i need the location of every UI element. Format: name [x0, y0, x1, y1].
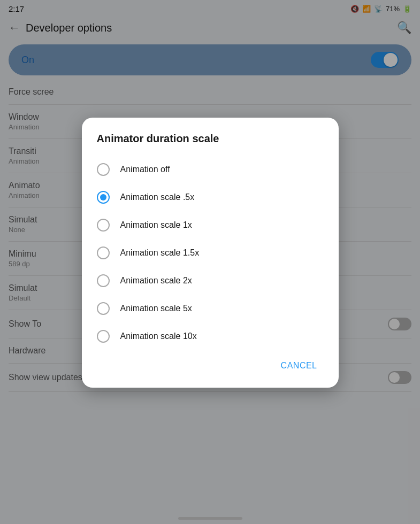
option-animation-off[interactable]: Animation off [82, 156, 339, 183]
option-label-animation-2x: Animation scale 2x [120, 276, 192, 286]
dialog: Animator duration scale Animation off An… [82, 118, 339, 388]
dialog-options: Animation off Animation scale .5x Animat… [82, 156, 339, 350]
option-animation-2x[interactable]: Animation scale 2x [82, 267, 339, 295]
option-animation-1x[interactable]: Animation scale 1x [82, 211, 339, 239]
radio-animation-0.5x [97, 191, 110, 204]
option-label-animation-10x: Animation scale 10x [120, 332, 197, 341]
radio-animation-1.5x [97, 246, 110, 259]
option-animation-5x[interactable]: Animation scale 5x [82, 295, 339, 322]
radio-animation-off [97, 163, 110, 176]
option-label-animation-0.5x: Animation scale .5x [120, 192, 195, 202]
option-label-animation-1.5x: Animation scale 1.5x [120, 248, 200, 258]
radio-animation-5x [97, 302, 110, 315]
radio-inner-0.5x [100, 194, 106, 201]
radio-animation-2x [97, 274, 110, 287]
overlay: Animator duration scale Animation off An… [0, 0, 420, 524]
radio-animation-10x [97, 330, 110, 343]
option-label-animation-off: Animation off [120, 165, 170, 174]
option-animation-1.5x[interactable]: Animation scale 1.5x [82, 239, 339, 267]
option-animation-0.5x[interactable]: Animation scale .5x [82, 183, 339, 211]
option-label-animation-5x: Animation scale 5x [120, 304, 192, 313]
radio-animation-1x [97, 219, 110, 232]
cancel-button[interactable]: Cancel [272, 357, 326, 375]
option-label-animation-1x: Animation scale 1x [120, 220, 192, 230]
option-animation-10x[interactable]: Animation scale 10x [82, 322, 339, 350]
dialog-footer: Cancel [82, 350, 339, 383]
home-indicator [178, 517, 242, 520]
dialog-title: Animator duration scale [82, 133, 339, 156]
